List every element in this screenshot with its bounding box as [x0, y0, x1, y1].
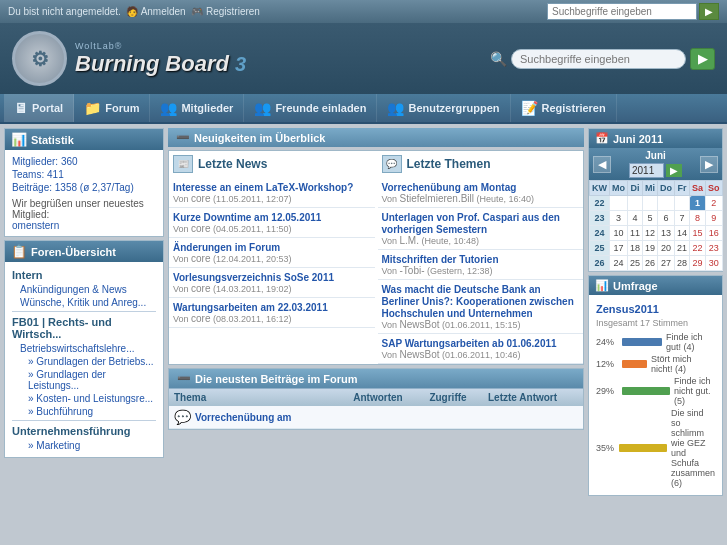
cal-day-9[interactable]: 9	[706, 211, 723, 226]
forum-link-wuensche[interactable]: Wünsche, Kritik und Anreg...	[12, 296, 156, 309]
nav-portal[interactable]: 🖥 Portal	[4, 94, 74, 122]
forum-sublink-kosten[interactable]: » Kosten- und Leistungsre...	[12, 392, 156, 405]
stats-header: 📊 Statistik	[5, 129, 163, 150]
recent-link-1[interactable]: Vorrechenübung am	[195, 412, 292, 423]
news-link-5[interactable]: Wartungsarbeiten am 22.03.2011	[173, 302, 328, 313]
cal-day-6[interactable]: 6	[658, 211, 675, 226]
theme-link-4[interactable]: Was macht die Deutsche Bank an Berliner …	[382, 284, 574, 319]
cal-day-30[interactable]: 30	[706, 256, 723, 271]
nav-forum[interactable]: 📁 Forum	[74, 94, 150, 122]
poll-body: Zensus2011 Insgesamt 17 Stimmen 24% Find…	[589, 295, 722, 495]
cal-day-26[interactable]: 26	[643, 256, 658, 271]
news-meta-1: Von core (11.05.2011, 12:07)	[173, 193, 371, 204]
cal-kw-25: 25	[590, 241, 610, 256]
cal-day-4[interactable]: 4	[628, 211, 643, 226]
cal-day-18[interactable]: 18	[628, 241, 643, 256]
cal-next-button[interactable]: ▶	[700, 156, 718, 173]
theme-link-3[interactable]: Mitschriften der Tutorien	[382, 254, 499, 265]
theme-author-1[interactable]: Stiefelmieren.Bill	[400, 193, 474, 204]
cal-day-22[interactable]: 22	[690, 241, 706, 256]
nav-groups[interactable]: 👥 Benutzergruppen	[377, 94, 510, 122]
news-author-3[interactable]: core	[191, 253, 210, 264]
news-link-4[interactable]: Vorlesungsverzeichnis SoSe 2011	[173, 272, 334, 283]
forum-sublink-grundlagen1[interactable]: » Grundlagen der Betriebs...	[12, 355, 156, 368]
newest-member-link[interactable]: omenstern	[12, 220, 59, 231]
cal-day-2[interactable]: 2	[706, 196, 723, 211]
cal-day-13[interactable]: 13	[658, 226, 675, 241]
theme-link-5[interactable]: SAP Wartungsarbeiten ab 01.06.2011	[382, 338, 557, 349]
cal-day-19[interactable]: 19	[643, 241, 658, 256]
forum-sublink-marketing[interactable]: » Marketing	[12, 439, 156, 452]
nav-register[interactable]: 📝 Registrieren	[511, 94, 617, 122]
poll-pct-1: 24%	[596, 337, 618, 347]
theme-meta-1: Von Stiefelmieren.Bill (Heute, 16:40)	[382, 193, 580, 204]
news-author-5[interactable]: core	[191, 313, 210, 324]
cal-day-21[interactable]: 21	[675, 241, 690, 256]
news-author-1[interactable]: core	[191, 193, 210, 204]
theme-link-2[interactable]: Unterlagen von Prof. Caspari aus den vor…	[382, 212, 560, 235]
cal-prev-button[interactable]: ◀	[593, 156, 611, 173]
news-link-3[interactable]: Änderungen im Forum	[173, 242, 280, 253]
cal-day-11[interactable]: 11	[628, 226, 643, 241]
login-link[interactable]: Anmelden	[141, 6, 186, 17]
cal-day-25[interactable]: 25	[628, 256, 643, 271]
forums-title: Foren-Übersicht	[31, 246, 116, 258]
news-item-5: Wartungsarbeiten am 22.03.2011 Von core …	[169, 298, 375, 328]
news-link-2[interactable]: Kurze Downtime am 12.05.2011	[173, 212, 321, 223]
theme-meta-4: Von NewsBot (01.06.2011, 15:15)	[382, 319, 580, 330]
forum-sublink-buchfuehrung[interactable]: » Buchführung	[12, 405, 156, 418]
cal-day-29[interactable]: 29	[690, 256, 706, 271]
cal-day-12[interactable]: 12	[643, 226, 658, 241]
poll-label-1: Finde ich gut! (4)	[666, 332, 715, 352]
nav-invite[interactable]: 👥 Freunde einladen	[244, 94, 377, 122]
nav-members[interactable]: 👥 Mitglieder	[150, 94, 244, 122]
nav-portal-label: Portal	[32, 102, 63, 114]
nav-register-label: Registrieren	[542, 102, 606, 114]
cal-day-8[interactable]: 8	[690, 211, 706, 226]
news-author-2[interactable]: core	[191, 223, 210, 234]
theme-author-3[interactable]: -Tobi-	[400, 265, 425, 276]
cal-day-23[interactable]: 23	[706, 241, 723, 256]
theme-author-5[interactable]: NewsBot	[400, 349, 440, 360]
poll-title[interactable]: Zensus2011	[596, 300, 715, 318]
stat-posts: Beiträge: 1358 (ø 2,37/Tag)	[12, 181, 156, 194]
top-search-input[interactable]	[547, 3, 697, 20]
cal-day-14[interactable]: 14	[675, 226, 690, 241]
cal-day-24[interactable]: 24	[610, 256, 628, 271]
cal-day-1[interactable]: 1	[690, 196, 706, 211]
cal-day-10[interactable]: 10	[610, 226, 628, 241]
themes-title: 💬 Letzte Themen	[378, 151, 584, 178]
cal-day-27[interactable]: 27	[658, 256, 675, 271]
cal-day-17[interactable]: 17	[610, 241, 628, 256]
main-search-button[interactable]: ▶	[690, 48, 715, 70]
recent-item-1: 💬 Vorrechenübung am	[169, 406, 583, 429]
news-author-4[interactable]: core	[191, 283, 210, 294]
register-link[interactable]: Registrieren	[206, 6, 260, 17]
cal-go-button[interactable]: ▶	[666, 164, 682, 177]
woltlab-label: WoltLab®	[75, 41, 246, 51]
cal-empty-5	[675, 196, 690, 211]
forums-panel: 📋 Foren-Übersicht Intern Ankündigungen &…	[4, 240, 164, 458]
cal-day-3[interactable]: 3	[610, 211, 628, 226]
not-logged-text: Du bist nicht angemeldet. 🧑 Anmelden 🎮 R…	[8, 6, 260, 17]
cal-day-16[interactable]: 16	[706, 226, 723, 241]
news-link-1[interactable]: Interesse an einem LaTeX-Workshop?	[173, 182, 353, 193]
cal-th-so: So	[706, 181, 723, 196]
theme-link-1[interactable]: Vorrechenübung am Montag	[382, 182, 517, 193]
forum-link-ankuendigungen[interactable]: Ankündigungen & News	[12, 283, 156, 296]
forum-link-bwl[interactable]: Betriebswirtschaftslehre...	[12, 342, 156, 355]
theme-author-4[interactable]: NewsBot	[400, 319, 440, 330]
stats-panel: 📊 Statistik Mitglieder: 360 Teams: 411 B…	[4, 128, 164, 237]
cal-year-input[interactable]	[629, 163, 664, 178]
top-search-button[interactable]: ▶	[699, 3, 719, 20]
version-label: 3	[235, 53, 246, 76]
forum-sublink-grundlagen2[interactable]: » Grundlagen der Leistungs...	[12, 368, 156, 392]
cal-day-15[interactable]: 15	[690, 226, 706, 241]
cal-day-5[interactable]: 5	[643, 211, 658, 226]
cal-day-7[interactable]: 7	[675, 211, 690, 226]
theme-author-2[interactable]: L.M.	[400, 235, 419, 246]
main-search-input[interactable]	[511, 49, 686, 69]
news-item-4: Vorlesungsverzeichnis SoSe 2011 Von core…	[169, 268, 375, 298]
cal-day-28[interactable]: 28	[675, 256, 690, 271]
cal-day-20[interactable]: 20	[658, 241, 675, 256]
